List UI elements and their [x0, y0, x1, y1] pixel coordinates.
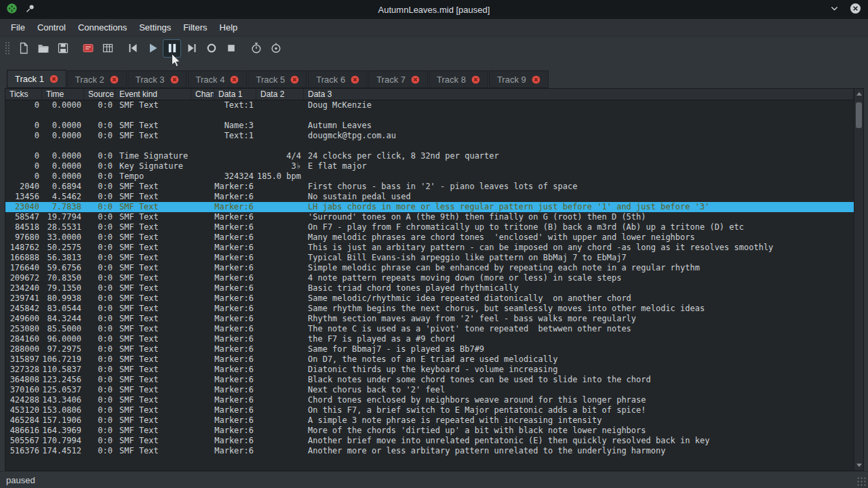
menu-filters[interactable]: Filters: [177, 20, 213, 35]
table-row[interactable]: 453120153.08060:0SMF TextMarker:6On this…: [5, 405, 854, 415]
new-file-button[interactable]: [14, 39, 33, 58]
tempo-button[interactable]: [267, 39, 285, 58]
table-cell: 185.0 bpm: [256, 171, 304, 182]
table-row[interactable]: 25308085.50000:0SMF TextMarker:6The note…: [5, 324, 854, 334]
toolbar-drag-handle[interactable]: [5, 41, 9, 55]
scrollbar-thumb[interactable]: [856, 102, 862, 128]
table-row[interactable]: 17664059.67560:0SMF TextMarker:6Simple m…: [5, 263, 854, 273]
table-cell: 0:0: [84, 232, 115, 243]
table-row[interactable]: 24960084.32440:0SMF TextMarker:6Rhythm s…: [5, 314, 854, 324]
table-row[interactable]: 00.00000:0SMF TextText:1dougmck@tpg.com.…: [5, 131, 854, 141]
menu-settings[interactable]: Settings: [133, 20, 177, 35]
menu-control[interactable]: Control: [31, 20, 72, 35]
table-row[interactable]: 20400.68940:0SMF TextMarker:6First choru…: [5, 182, 854, 192]
table-row[interactable]: 5854719.77940:0SMF TextMarker:6'Surround…: [5, 212, 854, 222]
table-cell: Typical Bill Evans-ish arpeggio like pat…: [304, 253, 854, 263]
table-row[interactable]: 28416096.00000:0SMF TextMarker:6the F7 i…: [5, 334, 854, 344]
table-row[interactable]: 00.00000:0Tempo324324185.0 bpm: [5, 171, 854, 182]
table-row[interactable]: 23424079.13500:0SMF TextMarker:6Basic tr…: [5, 283, 854, 293]
tab-close-icon[interactable]: [471, 75, 480, 84]
tab-track-2[interactable]: Track 2: [67, 70, 127, 88]
table-row[interactable]: 16688856.38130:0SMF TextMarker:6Typical …: [5, 253, 854, 263]
record-settings-button[interactable]: [79, 39, 97, 58]
table-row[interactable]: [5, 110, 854, 121]
table-row[interactable]: 370160125.05370:0SMF TextMarker:6Next ch…: [5, 385, 854, 395]
column-header-time[interactable]: Time: [42, 89, 84, 100]
column-header-chan[interactable]: Chan: [191, 89, 214, 100]
tab-close-icon[interactable]: [110, 75, 119, 84]
shade-icon[interactable]: [829, 3, 840, 16]
pin-icon[interactable]: [25, 3, 35, 16]
table-cell: 4/4: [256, 151, 304, 161]
stop-button[interactable]: [222, 39, 240, 58]
table-cell: SMF Text: [115, 121, 191, 131]
tab-close-icon[interactable]: [170, 75, 179, 84]
tab-track-3[interactable]: Track 3: [127, 70, 187, 88]
table-row[interactable]: 23974180.99380:0SMF TextMarker:6Same mel…: [5, 293, 854, 304]
tab-track-4[interactable]: Track 4: [188, 70, 248, 88]
tab-close-icon[interactable]: [351, 75, 359, 84]
tab-track-5[interactable]: Track 5: [248, 70, 307, 88]
table-row[interactable]: 315897106.72190:0SMF TextMarker:6On D7, …: [5, 354, 854, 365]
scrollbar-up-arrow[interactable]: [854, 89, 863, 98]
column-header-ticks[interactable]: Ticks: [5, 89, 42, 100]
tab-track-6[interactable]: Track 6: [308, 70, 368, 88]
table-row[interactable]: 24584283.05440:0SMF TextMarker:6Same rhy…: [5, 304, 854, 314]
table-row[interactable]: 516376174.45120:0SMF TextMarker:6Another…: [5, 446, 854, 456]
table-cell: SMF Text: [115, 405, 191, 415]
tab-close-icon[interactable]: [411, 75, 420, 84]
record-button[interactable]: [202, 39, 220, 58]
table-cell: 424288: [5, 395, 42, 405]
tab-close-icon[interactable]: [290, 75, 299, 84]
column-header-event-kind[interactable]: Event kind: [115, 89, 191, 100]
table-row[interactable]: 20967270.83500:0SMF TextMarker:64 note p…: [5, 273, 854, 283]
table-row[interactable]: 00.00000:0Key Signature3♭E flat major: [5, 161, 854, 171]
table-row[interactable]: 00.00000:0SMF TextName:3Autumn Leaves: [5, 121, 854, 131]
table-row[interactable]: 424288143.34060:0SMF TextMarker:6Chord t…: [5, 395, 854, 405]
table-row[interactable]: 28800097.29750:0SMF TextMarker:6Same for…: [5, 344, 854, 354]
menu-file[interactable]: File: [5, 20, 31, 35]
table-row[interactable]: 505567170.79940:0SMF TextMarker:6Another…: [5, 436, 854, 446]
tab-track-9[interactable]: Track 9: [489, 70, 549, 88]
save-file-button[interactable]: [54, 39, 72, 58]
column-header-data-3[interactable]: Data 3: [304, 89, 854, 100]
table-cell: 0.0000: [42, 131, 84, 141]
table-row[interactable]: 134564.54620:0SMF TextMarker:6No sustain…: [5, 192, 854, 202]
table-row[interactable]: 9768033.00000:0SMF TextMarker:6Many melo…: [5, 232, 854, 243]
table-row[interactable]: 486616164.39690:0SMF TextMarker:6More of…: [5, 426, 854, 436]
resize-grip[interactable]: [857, 477, 867, 487]
open-file-button[interactable]: [34, 39, 52, 58]
table-cell: [191, 304, 214, 314]
table-cell: SMF Text: [115, 365, 191, 375]
table-row[interactable]: 00.00000:0SMF TextText:1Doug McKenzie: [5, 100, 854, 110]
table-row[interactable]: 465284157.19060:0SMF TextMarker:6A simpl…: [5, 415, 854, 426]
tab-track-7[interactable]: Track 7: [368, 70, 428, 88]
scrollbar[interactable]: [854, 89, 863, 470]
table-row[interactable]: 14876250.25750:0SMF TextMarker:6This is …: [5, 243, 854, 253]
menu-connections[interactable]: Connections: [72, 20, 133, 35]
table-row[interactable]: 364808123.24560:0SMF TextMarker:6Black n…: [5, 375, 854, 385]
tab-close-icon[interactable]: [230, 75, 239, 84]
play-button[interactable]: [143, 39, 161, 58]
skip-forward-button[interactable]: [182, 39, 201, 58]
tab-track-8[interactable]: Track 8: [429, 70, 488, 88]
tab-track-1[interactable]: Track 1: [7, 70, 66, 88]
timer-button[interactable]: [247, 39, 265, 58]
column-header-source[interactable]: Source: [84, 89, 115, 100]
scrollbar-down-arrow[interactable]: [854, 461, 863, 470]
table-row[interactable]: 00.00000:0Time Signature4/424 clocks per…: [5, 151, 854, 161]
table-row[interactable]: 230407.78380:0SMF TextMarker:6LH jabs ch…: [5, 202, 854, 212]
skip-backward-button[interactable]: [123, 39, 142, 58]
column-header-data-2[interactable]: Data 2: [256, 89, 304, 100]
event-list-button[interactable]: [98, 39, 117, 58]
column-header-data-1[interactable]: Data 1: [214, 89, 256, 100]
pause-button[interactable]: [163, 39, 181, 58]
table-cell: 0:0: [84, 314, 115, 324]
table-row[interactable]: 327328110.58370:0SMF TextMarker:6Diatoni…: [5, 365, 854, 375]
close-icon[interactable]: [850, 3, 861, 17]
tab-close-icon[interactable]: [50, 75, 58, 83]
tab-close-icon[interactable]: [532, 75, 540, 84]
menu-help[interactable]: Help: [214, 20, 244, 35]
table-row[interactable]: 8451828.55310:0SMF TextMarker:6On F7 - p…: [5, 222, 854, 232]
table-row[interactable]: [5, 141, 854, 151]
